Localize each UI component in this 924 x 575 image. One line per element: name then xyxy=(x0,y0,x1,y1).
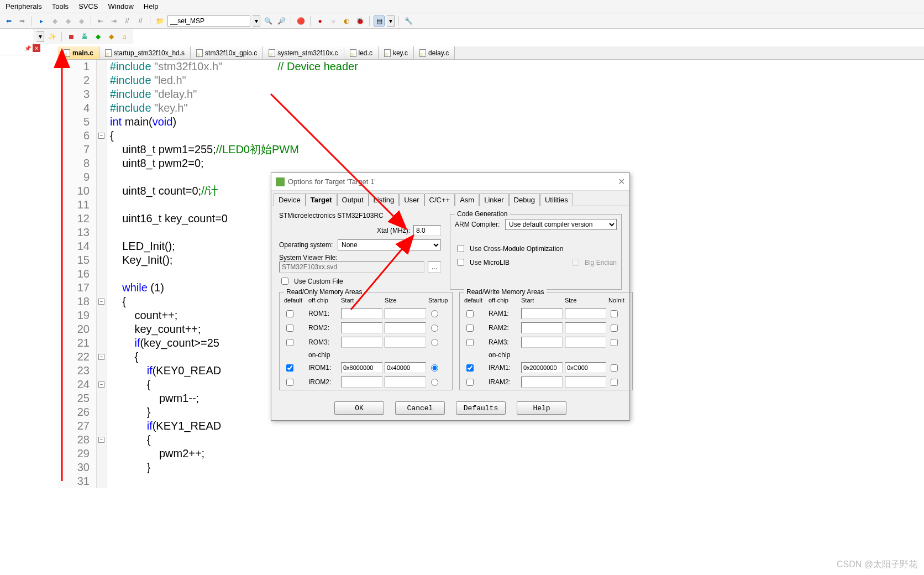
mem-size-input[interactable] xyxy=(565,308,606,319)
record-icon[interactable]: ● xyxy=(314,15,326,27)
menu-svcs[interactable]: SVCS xyxy=(78,2,98,11)
svf-browse-button[interactable]: ... xyxy=(428,262,441,273)
mem-size-input[interactable] xyxy=(565,377,606,388)
os-select[interactable]: None xyxy=(338,239,441,250)
menu-tools[interactable]: Tools xyxy=(52,2,69,11)
printer-icon[interactable]: 🖶 xyxy=(79,31,90,42)
file-tab[interactable]: system_stm32f10x.c xyxy=(263,46,344,59)
window-dd-icon[interactable]: ▾ xyxy=(387,15,395,27)
mem-default-checkbox[interactable] xyxy=(466,364,474,372)
target-dd-icon[interactable]: ▾ xyxy=(36,31,44,42)
file-tab[interactable]: delay.c xyxy=(414,46,455,59)
ok-button[interactable]: OK xyxy=(334,401,384,415)
fold-icon[interactable]: − xyxy=(98,133,104,139)
mem-start-input[interactable] xyxy=(341,362,382,373)
mem-last-input[interactable] xyxy=(611,310,618,317)
dialog-tab-debug[interactable]: Debug xyxy=(509,194,540,206)
uncomment-icon[interactable]: // xyxy=(135,15,146,27)
find-icon[interactable]: 🔍 xyxy=(262,15,274,27)
back-icon[interactable]: ⬅ xyxy=(3,15,14,27)
mem-start-input[interactable] xyxy=(341,377,382,388)
mem-default-checkbox[interactable] xyxy=(286,339,293,346)
dialog-tab-target[interactable]: Target xyxy=(306,194,337,206)
dialog-tab-device[interactable]: Device xyxy=(274,194,306,206)
window-icon[interactable]: ▤ xyxy=(374,15,385,27)
mem-last-input[interactable] xyxy=(611,339,618,346)
dialog-tab-asm[interactable]: Asm xyxy=(455,194,479,206)
comment-icon[interactable]: // xyxy=(122,15,133,27)
help-button[interactable]: Help xyxy=(517,401,566,415)
file-tab[interactable]: startup_stm32f10x_hd.s xyxy=(99,46,191,59)
mem-start-input[interactable] xyxy=(521,322,563,333)
mem-size-input[interactable] xyxy=(565,337,606,348)
file-tab[interactable]: led.c xyxy=(344,46,379,59)
close-icon[interactable]: ✕ xyxy=(618,176,625,187)
compiler-select[interactable]: Use default compiler version xyxy=(505,219,617,230)
file-tab[interactable]: key.c xyxy=(379,46,414,59)
dialog-tab-output[interactable]: Output xyxy=(337,194,369,206)
config-icon[interactable]: 🔧 xyxy=(403,15,414,27)
dialog-tab-utilities[interactable]: Utilities xyxy=(540,194,573,206)
folder-icon[interactable]: 📁 xyxy=(154,15,165,27)
find-combo[interactable] xyxy=(167,15,250,27)
cross-checkbox[interactable] xyxy=(457,245,464,252)
fold-icon[interactable]: − xyxy=(98,299,104,305)
close-panel-icon[interactable]: ✕ xyxy=(33,44,40,52)
file-tab[interactable]: stm32f10x_gpio.c xyxy=(191,46,263,59)
fold-icon[interactable]: − xyxy=(98,381,104,388)
mem-size-input[interactable] xyxy=(385,377,426,388)
fold-icon[interactable]: − xyxy=(98,437,104,443)
cancel-button[interactable]: Cancel xyxy=(395,401,445,415)
dialog-tab-user[interactable]: User xyxy=(399,194,424,206)
dialog-tab-cc[interactable]: C/C++ xyxy=(424,194,455,206)
outdent-icon[interactable]: ⇥ xyxy=(108,15,119,27)
file-tab[interactable]: main.c xyxy=(58,46,99,59)
menu-help[interactable]: Help xyxy=(144,2,159,11)
mem-last-input[interactable] xyxy=(611,364,618,372)
xtal-input[interactable] xyxy=(413,225,441,236)
findfiles-icon[interactable]: 🔎 xyxy=(276,15,287,27)
dialog-tab-listing[interactable]: Listing xyxy=(369,194,400,206)
mem-default-checkbox[interactable] xyxy=(286,379,293,386)
mem-start-input[interactable] xyxy=(521,362,563,373)
mem-default-checkbox[interactable] xyxy=(286,325,293,332)
dialog-titlebar[interactable]: Options for Target 'Target 1' ✕ xyxy=(271,173,629,191)
pin-icon[interactable]: 📌 xyxy=(24,44,32,52)
indent-icon[interactable]: ⇤ xyxy=(95,15,106,27)
use-custom-checkbox[interactable] xyxy=(281,278,288,285)
menu-window[interactable]: Window xyxy=(108,2,134,11)
bookmark-icon[interactable]: ▸ xyxy=(36,15,47,27)
mem-start-input[interactable] xyxy=(521,337,563,348)
mem-last-input[interactable] xyxy=(611,325,618,332)
mem-last-input[interactable] xyxy=(431,325,438,332)
mem-start-input[interactable] xyxy=(341,337,382,348)
microlib-checkbox[interactable] xyxy=(457,259,464,266)
fold-icon[interactable]: − xyxy=(98,354,104,360)
mem-default-checkbox[interactable] xyxy=(286,310,293,317)
run-icon[interactable]: 🐞 xyxy=(354,15,365,27)
stop-icon[interactable]: ○ xyxy=(328,15,339,27)
dialog-tab-linker[interactable]: Linker xyxy=(479,194,508,206)
wand-icon[interactable]: ✨ xyxy=(46,31,57,42)
mem-size-input[interactable] xyxy=(385,308,426,319)
mem-start-input[interactable] xyxy=(521,308,563,319)
find-dropdown-icon[interactable]: ▾ xyxy=(253,15,260,27)
home-icon[interactable]: ⌂ xyxy=(119,31,130,42)
bm1-icon[interactable]: ◆ xyxy=(49,15,60,27)
mem-start-input[interactable] xyxy=(521,377,563,388)
mem-start-input[interactable] xyxy=(341,308,382,319)
mem-last-input[interactable] xyxy=(431,364,438,372)
menu-peripherals[interactable]: Peripherals xyxy=(6,2,42,11)
forward-icon[interactable]: ➡ xyxy=(17,15,28,27)
red-box-icon[interactable]: ◼ xyxy=(66,31,77,42)
mem-last-input[interactable] xyxy=(611,379,618,386)
mem-size-input[interactable] xyxy=(565,362,606,373)
books-icon[interactable]: ◆ xyxy=(92,31,103,42)
mem-default-checkbox[interactable] xyxy=(466,325,474,332)
books2-icon[interactable]: ◆ xyxy=(106,31,117,42)
defaults-button[interactable]: Defaults xyxy=(456,401,506,415)
mem-last-input[interactable] xyxy=(431,310,438,317)
reset-icon[interactable]: ◐ xyxy=(341,15,352,27)
debug-icon[interactable]: 🔴 xyxy=(295,15,306,27)
mem-size-input[interactable] xyxy=(385,337,426,348)
